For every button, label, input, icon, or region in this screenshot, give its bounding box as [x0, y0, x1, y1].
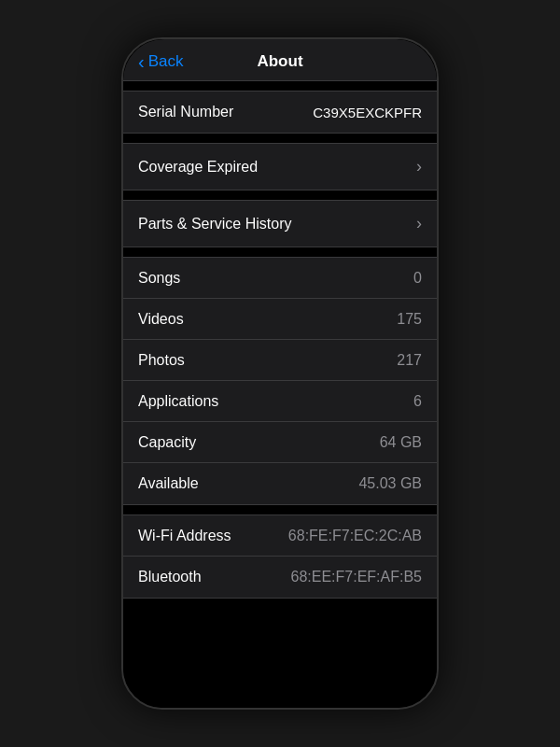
applications-row: Applications 6: [123, 381, 437, 422]
serial-value: C39X5EXCKPFR: [313, 105, 422, 120]
bluetooth-row: Bluetooth 68:EE:F7:EF:AF:B5: [123, 557, 437, 598]
capacity-row: Capacity 64 GB: [123, 422, 437, 463]
available-label: Available: [138, 475, 199, 492]
songs-value: 0: [413, 270, 422, 287]
navigation-bar: ‹ Back About: [123, 39, 437, 81]
screen: ‹ Back About Serial Number C39X5EXCKPFR …: [123, 39, 437, 708]
stats-section: Songs 0 Videos 175 Photos 217 Applicatio…: [123, 257, 437, 505]
coverage-chevron-icon: ›: [416, 157, 422, 176]
back-chevron-icon: ‹: [138, 52, 145, 71]
capacity-label: Capacity: [138, 434, 196, 451]
parts-row[interactable]: Parts & Service History ›: [123, 201, 437, 247]
videos-value: 175: [397, 311, 422, 328]
bluetooth-label: Bluetooth: [138, 569, 202, 585]
videos-label: Videos: [138, 311, 184, 328]
coverage-section: Coverage Expired ›: [123, 143, 437, 190]
songs-row: Songs 0: [123, 258, 437, 299]
parts-label: Parts & Service History: [138, 216, 291, 233]
videos-row: Videos 175: [123, 299, 437, 340]
wifi-row: Wi-Fi Address 68:FE:F7:EC:2C:AB: [123, 515, 437, 557]
songs-label: Songs: [138, 270, 180, 287]
serial-label: Serial Number: [138, 104, 233, 120]
coverage-right: ›: [411, 157, 422, 176]
wifi-label: Wi-Fi Address: [138, 528, 231, 544]
applications-label: Applications: [138, 393, 218, 410]
back-button[interactable]: ‹ Back: [138, 52, 183, 71]
back-label: Back: [148, 52, 184, 71]
bluetooth-value: 68:EE:F7:EF:AF:B5: [291, 569, 423, 585]
parts-right: ›: [411, 214, 422, 233]
network-section: Wi-Fi Address 68:FE:F7:EC:2C:AB Bluetoot…: [123, 514, 437, 599]
page-title: About: [257, 52, 302, 71]
photos-row: Photos 217: [123, 340, 437, 381]
parts-chevron-icon: ›: [416, 214, 422, 233]
applications-value: 6: [413, 393, 422, 410]
phone-frame: ‹ Back About Serial Number C39X5EXCKPFR …: [121, 37, 439, 710]
parts-section: Parts & Service History ›: [123, 200, 437, 247]
photos-value: 217: [397, 352, 422, 369]
coverage-row[interactable]: Coverage Expired ›: [123, 144, 437, 190]
content-area: Serial Number C39X5EXCKPFR Coverage Expi…: [123, 81, 437, 708]
serial-section: Serial Number C39X5EXCKPFR: [123, 91, 437, 134]
photos-label: Photos: [138, 352, 185, 369]
coverage-label: Coverage Expired: [138, 159, 258, 176]
capacity-value: 64 GB: [380, 434, 422, 451]
serial-row: Serial Number C39X5EXCKPFR: [123, 92, 437, 133]
wifi-value: 68:FE:F7:EC:2C:AB: [288, 528, 422, 544]
available-value: 45.03 GB: [358, 475, 422, 492]
available-row: Available 45.03 GB: [123, 463, 437, 504]
